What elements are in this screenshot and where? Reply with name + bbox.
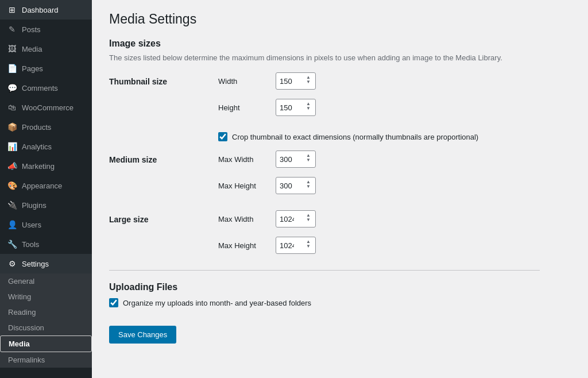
thumbnail-size-fields: Width ▲ ▼ Height ▲ ▼ [218,72,316,121]
main-content: Media Settings Image sizes The sizes lis… [92,0,588,378]
thumbnail-width-down[interactable]: ▼ [305,80,312,84]
plugins-icon: 🔌 [7,200,17,210]
medium-height-spinner[interactable]: ▲ ▼ [305,180,312,191]
organize-uploads-row: Organize my uploads into month- and year… [109,298,454,307]
medium-size-fields: Max Width ▲ ▼ Max Height ▲ ▼ [218,151,316,199]
sidebar-item-label-analytics: Analytics [22,142,52,151]
thumbnail-height-input[interactable] [280,103,303,112]
thumbnail-width-input-wrapper[interactable]: ▲ ▼ [276,72,316,90]
medium-max-height-label: Max Height [218,182,270,190]
medium-width-down[interactable]: ▼ [305,158,312,163]
thumbnail-width-row: Width ▲ ▼ [218,72,316,90]
section-divider [109,270,540,271]
medium-width-input-wrapper[interactable]: ▲ ▼ [276,151,316,168]
sidebar-item-appearance[interactable]: 🎨Appearance [0,176,92,195]
sidebar-item-label-dashboard: Dashboard [22,6,59,14]
appearance-icon: 🎨 [7,180,17,191]
large-width-input-wrapper[interactable]: ▲ ▼ [276,210,316,227]
large-width-row: Max Width ▲ ▼ [218,210,316,227]
thumbnail-height-row: Height ▲ ▼ [218,99,316,116]
thumbnail-width-label: Width [218,77,270,86]
medium-max-width-label: Max Width [218,155,270,164]
submenu-item-permalinks[interactable]: Permalinks [0,352,92,368]
medium-width-input[interactable] [280,155,303,164]
marketing-icon: 📣 [7,161,17,171]
thumbnail-height-label: Height [218,103,270,112]
save-changes-button[interactable]: Save Changes [109,326,176,344]
sidebar-item-products[interactable]: 📦Products [0,117,92,137]
large-size-fields: Max Width ▲ ▼ Max Height ▲ ▼ [218,210,316,259]
sidebar-item-dashboard[interactable]: ⊞Dashboard [0,0,92,20]
sidebar-item-analytics[interactable]: 📊Analytics [0,137,92,156]
settings-icon: ⚙ [7,259,17,269]
large-size-label: Large size [109,210,218,224]
organize-uploads-label[interactable]: Organize my uploads into month- and year… [123,299,311,307]
tools-icon: 🔧 [7,239,17,249]
crop-thumbnail-row: Crop thumbnail to exact dimensions (norm… [218,132,563,141]
submenu-item-writing[interactable]: Writing [0,289,92,304]
sidebar-item-posts[interactable]: ✎Posts [0,20,92,39]
medium-width-spinner[interactable]: ▲ ▼ [305,153,312,165]
sidebar-item-label-posts: Posts [22,25,41,34]
uploading-files-heading: Uploading Files [109,282,571,292]
crop-thumbnail-label[interactable]: Crop thumbnail to exact dimensions (norm… [232,133,478,141]
thumbnail-width-input[interactable] [280,77,303,86]
large-height-down[interactable]: ▼ [305,244,312,249]
large-height-spinner[interactable]: ▲ ▼ [305,240,312,251]
dashboard-icon: ⊞ [7,5,17,15]
products-icon: 📦 [7,122,17,132]
sidebar-item-label-marketing: Marketing [22,162,55,171]
sidebar-item-tools[interactable]: 🔧Tools [0,234,92,254]
posts-icon: ✎ [7,24,17,34]
sidebar-item-pages[interactable]: 📄Pages [0,59,92,78]
submenu-item-media-sub[interactable]: Media [0,335,92,352]
large-width-spinner[interactable]: ▲ ▼ [305,213,312,225]
users-icon: 👤 [7,219,17,230]
medium-height-input[interactable] [280,182,303,190]
submenu-item-general[interactable]: General [0,273,92,289]
sidebar-item-label-products: Products [22,123,51,132]
sidebar-item-label-tools: Tools [22,240,39,249]
medium-size-label: Medium size [109,151,218,164]
organize-uploads-checkbox[interactable] [109,298,118,307]
sidebar-item-label-woocommerce: WooCommerce [22,103,74,112]
medium-size-section: Medium size Max Width ▲ ▼ Max Height ▲ [109,151,571,199]
sidebar-item-label-plugins: Plugins [22,201,47,210]
thumbnail-height-input-wrapper[interactable]: ▲ ▼ [276,99,316,116]
settings-submenu: GeneralWritingReadingDiscussionMediaPerm… [0,273,92,368]
thumbnail-width-spinner[interactable]: ▲ ▼ [305,75,312,87]
comments-icon: 💬 [7,83,17,93]
sidebar-item-media[interactable]: 🖼Media [0,39,92,59]
page-title: Media Settings [109,11,571,27]
image-sizes-description: The sizes listed below determine the max… [109,53,511,62]
large-size-section: Large size Max Width ▲ ▼ Max Height ▲ [109,210,571,259]
medium-height-row: Max Height ▲ ▼ [218,177,316,194]
large-width-input[interactable] [280,215,303,223]
woocommerce-icon: 🛍 [7,102,17,113]
large-height-input-wrapper[interactable]: ▲ ▼ [276,237,316,254]
sidebar-item-users[interactable]: 👤Users [0,215,92,234]
sidebar-item-label-users: Users [22,221,41,229]
submenu-item-discussion[interactable]: Discussion [0,320,92,335]
medium-height-input-wrapper[interactable]: ▲ ▼ [276,177,316,194]
medium-height-down[interactable]: ▼ [305,184,312,189]
large-max-width-label: Max Width [218,215,270,223]
sidebar-item-settings[interactable]: ⚙Settings [0,254,92,273]
medium-width-row: Max Width ▲ ▼ [218,151,316,168]
sidebar-item-label-appearance: Appearance [22,182,62,190]
large-height-input[interactable] [280,241,303,250]
media-icon: 🖼 [7,44,17,54]
pages-icon: 📄 [7,63,17,74]
sidebar-item-woocommerce[interactable]: 🛍WooCommerce [0,98,92,117]
sidebar-item-marketing[interactable]: 📣Marketing [0,156,92,176]
sidebar-item-comments[interactable]: 💬Comments [0,78,92,98]
crop-thumbnail-checkbox[interactable] [218,132,227,141]
sidebar: ⊞Dashboard✎Posts🖼Media📄Pages💬Comments🛍Wo… [0,0,92,378]
sidebar-item-plugins[interactable]: 🔌Plugins [0,195,92,215]
submenu-item-reading[interactable]: Reading [0,304,92,320]
large-width-down[interactable]: ▼ [305,218,312,222]
large-max-height-label: Max Height [218,241,270,250]
thumbnail-height-spinner[interactable]: ▲ ▼ [305,102,312,113]
sidebar-item-label-settings: Settings [22,260,49,268]
thumbnail-height-down[interactable]: ▼ [305,106,312,111]
